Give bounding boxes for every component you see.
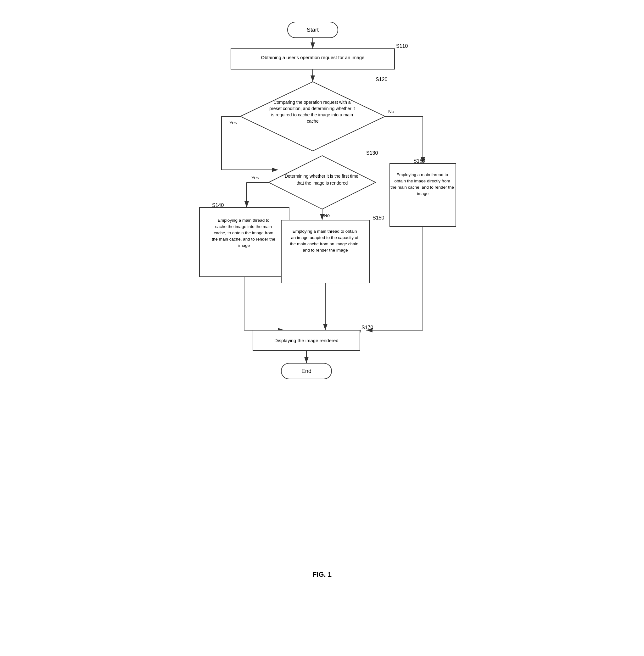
s160-step: S160 — [413, 158, 425, 164]
s130-step: S130 — [366, 150, 378, 156]
s120-step: S120 — [376, 77, 387, 82]
s110-label: Obtaining a user's operation request for… — [261, 55, 364, 60]
s170-step: S170 — [362, 325, 373, 330]
yes1-label: Yes — [229, 120, 237, 125]
diagram-container: Start Obtaining a user's operation reque… — [181, 13, 464, 579]
flowchart-svg: Start Obtaining a user's operation reque… — [181, 13, 464, 563]
start-label: Start — [306, 27, 318, 33]
s170-label: Displaying the image rendered — [274, 338, 338, 343]
s150-step: S150 — [372, 215, 384, 220]
no2-label: No — [324, 213, 330, 218]
s110-step: S110 — [396, 43, 408, 49]
figure-caption: FIG. 1 — [181, 570, 464, 579]
end-label: End — [301, 368, 311, 374]
yes2-label: Yes — [251, 175, 259, 180]
s140-step: S140 — [212, 203, 224, 208]
no1-label: No — [388, 109, 394, 114]
